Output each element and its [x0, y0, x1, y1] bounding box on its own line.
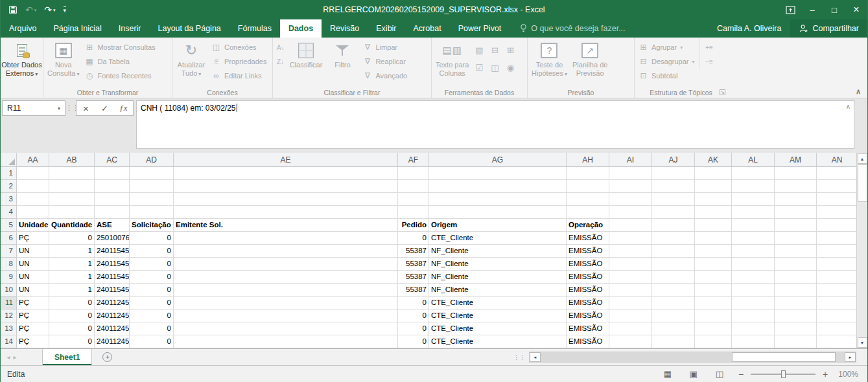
cell-AC8[interactable]: 24011545 — [95, 258, 130, 271]
cell-AC7[interactable]: 24011545 — [95, 245, 130, 258]
enter-icon[interactable]: ✓ — [95, 104, 114, 113]
cell-AC10[interactable]: 24011545 — [95, 284, 130, 297]
page-layout-view-icon[interactable]: ▣ — [681, 369, 707, 379]
cell-AK2[interactable] — [695, 180, 732, 193]
cell-AG7[interactable]: NF_Cliente — [429, 245, 567, 258]
cell-AL2[interactable] — [732, 180, 775, 193]
cell-AB3[interactable] — [49, 193, 95, 206]
cell-AI9[interactable] — [609, 271, 652, 284]
row-header-10[interactable]: 10 — [1, 284, 17, 297]
cell-AC13[interactable]: 24011245 — [95, 322, 130, 335]
cell-AB2[interactable] — [49, 180, 95, 193]
cell-AE4[interactable] — [174, 206, 398, 219]
cell-AA4[interactable] — [17, 206, 49, 219]
cell-AC12[interactable]: 24011245 — [95, 309, 130, 322]
cell-AL12[interactable] — [732, 309, 775, 322]
cell-AA7[interactable]: UN — [17, 245, 49, 258]
cell-AF12[interactable]: 0 — [398, 309, 429, 322]
cell-AG14[interactable]: CTE_Cliente — [429, 335, 567, 348]
cell-AM10[interactable] — [775, 284, 817, 297]
cell-AA1[interactable] — [17, 167, 49, 180]
cell-AA14[interactable]: PÇ — [17, 335, 49, 348]
scroll-up-icon[interactable]: ▲ — [858, 153, 867, 164]
column-header-AJ[interactable]: AJ — [652, 153, 695, 167]
cell-AH4[interactable] — [567, 206, 609, 219]
cell-AJ7[interactable] — [652, 245, 695, 258]
cell-AH6[interactable]: EMISSÃO — [567, 232, 609, 245]
undo-button[interactable]: ↶▾ — [25, 5, 36, 14]
cell-AC14[interactable]: 24011245 — [95, 335, 130, 348]
cell-AE5[interactable]: Emitente Sol. — [174, 219, 398, 232]
tab-inserir[interactable]: Inserir — [110, 19, 150, 38]
minimize-button[interactable]: – — [801, 0, 823, 19]
close-button[interactable]: × — [845, 0, 867, 19]
cell-AL1[interactable] — [732, 167, 775, 180]
cell-AN3[interactable] — [817, 193, 858, 206]
cell-AC11[interactable]: 24011245 — [95, 297, 130, 309]
cell-AN6[interactable] — [817, 232, 858, 245]
cell-AF4[interactable] — [398, 206, 429, 219]
cell-AB12[interactable]: 0 — [49, 309, 95, 322]
cell-AJ4[interactable] — [652, 206, 695, 219]
cell-AI10[interactable] — [609, 284, 652, 297]
cell-AJ14[interactable] — [652, 335, 695, 348]
cell-AN5[interactable] — [817, 219, 858, 232]
cell-AM13[interactable] — [775, 322, 817, 335]
column-header-AB[interactable]: AB — [49, 153, 95, 167]
column-header-AH[interactable]: AH — [567, 153, 609, 167]
teste-de-hipoteses-button[interactable]: ? Teste deHipóteses▾ — [529, 38, 570, 78]
cell-AH9[interactable]: EMISSÃO — [567, 271, 609, 284]
cell-AK7[interactable] — [695, 245, 732, 258]
cell-AN12[interactable] — [817, 309, 858, 322]
cell-AG6[interactable]: CTE_Cliente — [429, 232, 567, 245]
cell-AD2[interactable] — [130, 180, 174, 193]
cell-AF8[interactable]: 55387 — [398, 258, 429, 271]
cell-AL11[interactable] — [732, 297, 775, 309]
column-header-AM[interactable]: AM — [775, 153, 817, 167]
cell-AC1[interactable] — [95, 167, 130, 180]
cell-AJ1[interactable] — [652, 167, 695, 180]
cell-AD1[interactable] — [130, 167, 174, 180]
cell-AH2[interactable] — [567, 180, 609, 193]
cell-AD14[interactable]: 0 — [130, 335, 174, 348]
cell-AD11[interactable]: 0 — [130, 297, 174, 309]
cell-AE11[interactable] — [174, 297, 398, 309]
cell-AM5[interactable] — [775, 219, 817, 232]
cell-AK14[interactable] — [695, 335, 732, 348]
vertical-scroll-thumb[interactable] — [858, 164, 867, 202]
sort-ascending-button[interactable]: A↓ — [274, 40, 287, 54]
cell-AE6[interactable] — [174, 232, 398, 245]
avancado-button[interactable]: ∇Avançado — [360, 69, 410, 83]
cell-AD6[interactable]: 0 — [130, 232, 174, 245]
cell-AB1[interactable] — [49, 167, 95, 180]
cell-AE2[interactable] — [174, 180, 398, 193]
row-header-11[interactable]: 11 — [1, 297, 17, 309]
cell-AC4[interactable] — [95, 206, 130, 219]
zoom-out-button[interactable]: − — [733, 369, 749, 379]
fontes-recentes-button[interactable]: ◷Fontes Recentes — [82, 69, 158, 83]
zoom-level[interactable]: 100% — [834, 370, 867, 379]
cell-AL6[interactable] — [732, 232, 775, 245]
cell-AA6[interactable]: PÇ — [17, 232, 49, 245]
cell-AG13[interactable]: CTE_Cliente — [429, 322, 567, 335]
obter-dados-externos-button[interactable]: Obter DadosExternos▾ — [2, 38, 41, 78]
cell-AD10[interactable]: 0 — [130, 284, 174, 297]
cell-AK8[interactable] — [695, 258, 732, 271]
mostrar-consultas-button[interactable]: ⊞Mostrar Consultas — [82, 40, 158, 54]
cell-AG1[interactable] — [429, 167, 567, 180]
cell-AK10[interactable] — [695, 284, 732, 297]
cell-AF11[interactable]: 0 — [398, 297, 429, 309]
cell-AI8[interactable] — [609, 258, 652, 271]
propriedades-button[interactable]: ≡Propriedades — [209, 54, 269, 69]
nova-consulta-button[interactable]: ▦ NovaConsulta▾ — [45, 38, 82, 78]
hide-detail-button[interactable]: −≡ — [702, 54, 717, 69]
cell-AL4[interactable] — [732, 206, 775, 219]
cell-AB5[interactable]: Quantidade — [49, 219, 95, 232]
row-header-2[interactable]: 2 — [1, 180, 17, 193]
cell-AI12[interactable] — [609, 309, 652, 322]
cell-AB4[interactable] — [49, 206, 95, 219]
cell-AA10[interactable]: UN — [17, 284, 49, 297]
cell-AN4[interactable] — [817, 206, 858, 219]
cell-AC9[interactable]: 24011545 — [95, 271, 130, 284]
filtro-button[interactable]: Filtro — [325, 38, 360, 69]
